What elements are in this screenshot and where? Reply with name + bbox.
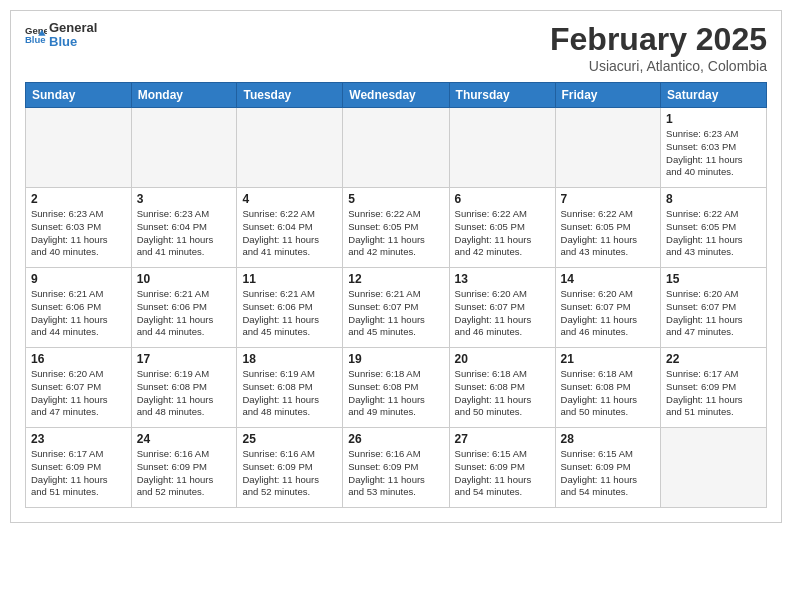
day-info: Sunrise: 6:16 AMSunset: 6:09 PMDaylight:… [137, 448, 232, 499]
calendar-cell: 17Sunrise: 6:19 AMSunset: 6:08 PMDayligh… [131, 348, 237, 428]
calendar-cell: 8Sunrise: 6:22 AMSunset: 6:05 PMDaylight… [661, 188, 767, 268]
day-info: Sunrise: 6:21 AMSunset: 6:07 PMDaylight:… [348, 288, 443, 339]
logo-line2: Blue [49, 35, 97, 49]
day-info: Sunrise: 6:23 AMSunset: 6:03 PMDaylight:… [666, 128, 761, 179]
day-info: Sunrise: 6:18 AMSunset: 6:08 PMDaylight:… [561, 368, 656, 419]
calendar-cell: 11Sunrise: 6:21 AMSunset: 6:06 PMDayligh… [237, 268, 343, 348]
calendar-cell [661, 428, 767, 508]
day-number: 26 [348, 432, 443, 446]
day-info: Sunrise: 6:23 AMSunset: 6:03 PMDaylight:… [31, 208, 126, 259]
calendar-cell: 27Sunrise: 6:15 AMSunset: 6:09 PMDayligh… [449, 428, 555, 508]
day-number: 23 [31, 432, 126, 446]
calendar-cell: 20Sunrise: 6:18 AMSunset: 6:08 PMDayligh… [449, 348, 555, 428]
day-info: Sunrise: 6:19 AMSunset: 6:08 PMDaylight:… [137, 368, 232, 419]
calendar-cell: 24Sunrise: 6:16 AMSunset: 6:09 PMDayligh… [131, 428, 237, 508]
title-block: February 2025 Usiacuri, Atlantico, Colom… [550, 21, 767, 74]
day-number: 19 [348, 352, 443, 366]
calendar-cell: 5Sunrise: 6:22 AMSunset: 6:05 PMDaylight… [343, 188, 449, 268]
day-info: Sunrise: 6:23 AMSunset: 6:04 PMDaylight:… [137, 208, 232, 259]
calendar-cell: 16Sunrise: 6:20 AMSunset: 6:07 PMDayligh… [26, 348, 132, 428]
calendar-cell: 18Sunrise: 6:19 AMSunset: 6:08 PMDayligh… [237, 348, 343, 428]
day-number: 20 [455, 352, 550, 366]
day-info: Sunrise: 6:17 AMSunset: 6:09 PMDaylight:… [31, 448, 126, 499]
day-number: 25 [242, 432, 337, 446]
calendar-cell: 1Sunrise: 6:23 AMSunset: 6:03 PMDaylight… [661, 108, 767, 188]
day-number: 6 [455, 192, 550, 206]
calendar-cell [131, 108, 237, 188]
calendar-cell: 26Sunrise: 6:16 AMSunset: 6:09 PMDayligh… [343, 428, 449, 508]
day-number: 15 [666, 272, 761, 286]
month-title: February 2025 [550, 21, 767, 58]
day-number: 5 [348, 192, 443, 206]
day-info: Sunrise: 6:18 AMSunset: 6:08 PMDaylight:… [348, 368, 443, 419]
calendar-cell [449, 108, 555, 188]
calendar-cell: 6Sunrise: 6:22 AMSunset: 6:05 PMDaylight… [449, 188, 555, 268]
day-number: 12 [348, 272, 443, 286]
weekday-header: Thursday [449, 83, 555, 108]
day-info: Sunrise: 6:19 AMSunset: 6:08 PMDaylight:… [242, 368, 337, 419]
day-info: Sunrise: 6:20 AMSunset: 6:07 PMDaylight:… [666, 288, 761, 339]
calendar-cell: 13Sunrise: 6:20 AMSunset: 6:07 PMDayligh… [449, 268, 555, 348]
header: General Blue General Blue February 2025 … [25, 21, 767, 74]
calendar-cell [343, 108, 449, 188]
calendar-week-row: 23Sunrise: 6:17 AMSunset: 6:09 PMDayligh… [26, 428, 767, 508]
day-number: 22 [666, 352, 761, 366]
day-number: 1 [666, 112, 761, 126]
calendar-cell: 15Sunrise: 6:20 AMSunset: 6:07 PMDayligh… [661, 268, 767, 348]
calendar-cell: 25Sunrise: 6:16 AMSunset: 6:09 PMDayligh… [237, 428, 343, 508]
day-number: 24 [137, 432, 232, 446]
calendar-week-row: 9Sunrise: 6:21 AMSunset: 6:06 PMDaylight… [26, 268, 767, 348]
day-info: Sunrise: 6:20 AMSunset: 6:07 PMDaylight:… [561, 288, 656, 339]
logo-icon: General Blue [25, 24, 47, 46]
logo-line1: General [49, 21, 97, 35]
calendar-cell [26, 108, 132, 188]
calendar-cell: 22Sunrise: 6:17 AMSunset: 6:09 PMDayligh… [661, 348, 767, 428]
calendar-cell: 10Sunrise: 6:21 AMSunset: 6:06 PMDayligh… [131, 268, 237, 348]
day-number: 4 [242, 192, 337, 206]
day-number: 21 [561, 352, 656, 366]
weekday-header: Tuesday [237, 83, 343, 108]
day-number: 11 [242, 272, 337, 286]
day-number: 2 [31, 192, 126, 206]
weekday-header: Monday [131, 83, 237, 108]
calendar-week-row: 2Sunrise: 6:23 AMSunset: 6:03 PMDaylight… [26, 188, 767, 268]
calendar-cell: 12Sunrise: 6:21 AMSunset: 6:07 PMDayligh… [343, 268, 449, 348]
calendar-header-row: SundayMondayTuesdayWednesdayThursdayFrid… [26, 83, 767, 108]
calendar-cell: 14Sunrise: 6:20 AMSunset: 6:07 PMDayligh… [555, 268, 661, 348]
calendar-cell: 7Sunrise: 6:22 AMSunset: 6:05 PMDaylight… [555, 188, 661, 268]
day-info: Sunrise: 6:16 AMSunset: 6:09 PMDaylight:… [348, 448, 443, 499]
day-info: Sunrise: 6:16 AMSunset: 6:09 PMDaylight:… [242, 448, 337, 499]
page: General Blue General Blue February 2025 … [10, 10, 782, 523]
day-number: 7 [561, 192, 656, 206]
calendar-cell: 28Sunrise: 6:15 AMSunset: 6:09 PMDayligh… [555, 428, 661, 508]
calendar-week-row: 16Sunrise: 6:20 AMSunset: 6:07 PMDayligh… [26, 348, 767, 428]
day-number: 8 [666, 192, 761, 206]
calendar-cell: 19Sunrise: 6:18 AMSunset: 6:08 PMDayligh… [343, 348, 449, 428]
day-number: 28 [561, 432, 656, 446]
calendar-cell [555, 108, 661, 188]
calendar-cell: 9Sunrise: 6:21 AMSunset: 6:06 PMDaylight… [26, 268, 132, 348]
day-info: Sunrise: 6:22 AMSunset: 6:05 PMDaylight:… [348, 208, 443, 259]
calendar-cell: 2Sunrise: 6:23 AMSunset: 6:03 PMDaylight… [26, 188, 132, 268]
day-info: Sunrise: 6:20 AMSunset: 6:07 PMDaylight:… [31, 368, 126, 419]
day-number: 9 [31, 272, 126, 286]
svg-text:Blue: Blue [25, 34, 46, 45]
weekday-header: Wednesday [343, 83, 449, 108]
day-info: Sunrise: 6:22 AMSunset: 6:05 PMDaylight:… [455, 208, 550, 259]
day-info: Sunrise: 6:17 AMSunset: 6:09 PMDaylight:… [666, 368, 761, 419]
day-info: Sunrise: 6:22 AMSunset: 6:05 PMDaylight:… [666, 208, 761, 259]
day-info: Sunrise: 6:21 AMSunset: 6:06 PMDaylight:… [137, 288, 232, 339]
day-number: 10 [137, 272, 232, 286]
calendar-cell [237, 108, 343, 188]
day-number: 18 [242, 352, 337, 366]
weekday-header: Friday [555, 83, 661, 108]
day-number: 27 [455, 432, 550, 446]
day-info: Sunrise: 6:20 AMSunset: 6:07 PMDaylight:… [455, 288, 550, 339]
day-number: 13 [455, 272, 550, 286]
calendar-cell: 3Sunrise: 6:23 AMSunset: 6:04 PMDaylight… [131, 188, 237, 268]
day-number: 17 [137, 352, 232, 366]
day-number: 3 [137, 192, 232, 206]
weekday-header: Saturday [661, 83, 767, 108]
weekday-header: Sunday [26, 83, 132, 108]
location: Usiacuri, Atlantico, Colombia [550, 58, 767, 74]
